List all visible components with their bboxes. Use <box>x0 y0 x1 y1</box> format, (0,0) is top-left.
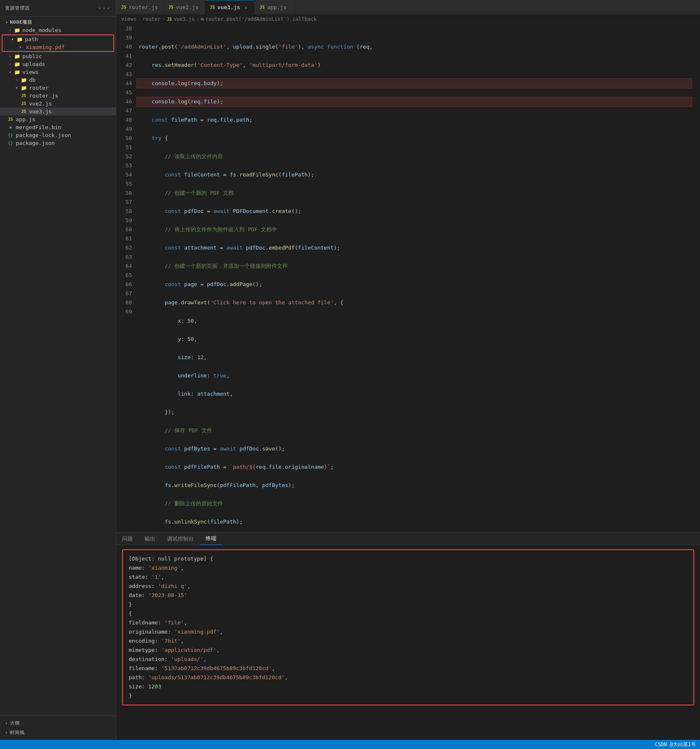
breadcrumb-sep2: › <box>162 16 165 22</box>
terminal-line4: address: 'dizhi q', <box>129 582 688 591</box>
package-lock-icon: {} <box>7 133 14 137</box>
tab-vue3-js-label: vue3.js <box>218 4 240 10</box>
breadcrumb-views: views <box>121 16 136 22</box>
views-arrow: ▾ <box>7 70 13 74</box>
panel-tab-bar: 问题 输出 调试控制台 终端 <box>116 533 700 545</box>
sidebar-item-router-js[interactable]: JS router.js <box>0 92 116 100</box>
line-61: const pdfBytes = await pdfDoc.save(); <box>137 444 692 453</box>
tab-vue3-js[interactable]: JS vue3.js ✕ <box>205 0 255 14</box>
uploads-icon: 📁 <box>13 61 21 67</box>
line-60: // 保存 PDF 文件 <box>137 426 692 435</box>
vue3-js-label: vue3.js <box>29 108 52 115</box>
sidebar-item-path[interactable]: ▾ 📁 path <box>2 35 113 43</box>
code-content: router.post('/addAdminList', upload.sing… <box>137 24 700 532</box>
router-folder-label: router <box>29 85 49 91</box>
package-json-icon: {} <box>7 141 14 145</box>
sidebar-item-vue3-js[interactable]: JS vue3.js <box>0 108 116 115</box>
db-icon: 📁 <box>20 77 27 83</box>
tab-router-js[interactable]: JS router.js <box>116 0 164 14</box>
xiaoming-pdf-label: xiaoming.pdf <box>26 44 65 50</box>
tab-vue2-js[interactable]: JS vue2.js <box>164 0 205 14</box>
sidebar-item-node-modules[interactable]: › 📁 node_modules <box>0 26 116 34</box>
line-44: try { <box>137 134 692 143</box>
terminal-line2: name: 'xiaoming', <box>129 563 688 573</box>
panel-tab-debug-label: 调试控制台 <box>167 535 194 543</box>
sidebar-section-label: NODE项目 <box>10 19 33 25</box>
sidebar-tree: ▾ NODE项目 › 📁 node_modules ▾ <box>0 17 116 715</box>
folder-icon: 📁 <box>13 27 21 33</box>
path-folder-icon: 📁 <box>16 37 23 42</box>
path-arrow: ▾ <box>9 37 16 42</box>
panel-tab-problems-label: 问题 <box>122 535 133 543</box>
line-39: router.post('/addAdminList', upload.sing… <box>137 42 692 51</box>
line-64: // 删除上传的原始文件 <box>137 499 692 508</box>
outline-arrow: › <box>5 720 8 726</box>
terminal-line11: mimetype: 'application/pdf', <box>129 646 688 655</box>
timeline-arrow: › <box>5 730 8 735</box>
public-label: public <box>22 53 42 59</box>
node-modules-arrow: › <box>7 28 13 32</box>
tab-app-js[interactable]: JS app.js <box>255 0 296 14</box>
panel-tab-debug[interactable]: 调试控制台 <box>161 533 200 545</box>
terminal-line15: size: 1203 <box>129 682 688 691</box>
outline-section[interactable]: › 大纲 <box>0 718 116 728</box>
line-40: res.setHeader('Content-Type', 'multipart… <box>137 61 692 70</box>
router-arrow: ▾ <box>13 86 20 90</box>
tab-bar: JS router.js JS vue2.js JS vue3.js ✕ JS … <box>116 0 700 15</box>
left-side: 资源管理器 ··· ▾ NODE项目 › 📁 node_ <box>0 0 116 740</box>
editor-area: JS router.js JS vue2.js JS vue3.js ✕ JS … <box>116 0 700 740</box>
terminal-line1: [Object: null prototype] { <box>129 554 688 563</box>
panel-tab-output[interactable]: 输出 <box>139 533 161 545</box>
sidebar-item-merged-bin[interactable]: ≡ mergedFile.bin <box>0 123 116 131</box>
node-modules-label: node_modules <box>22 27 61 33</box>
panel-tab-output-label: 输出 <box>144 535 155 543</box>
timeline-label: 时间线 <box>10 729 25 736</box>
app-js-label: app.js <box>16 116 35 122</box>
section-arrow: ▾ <box>3 20 10 24</box>
sidebar-item-public[interactable]: › 📁 public <box>0 52 116 60</box>
line-50: const attachment = await pdfDoc.embedPdf… <box>137 243 692 252</box>
panel-content: [Object: null prototype] { name: 'xiaomi… <box>116 545 700 740</box>
sidebar-item-db[interactable]: › 📁 db <box>0 76 116 84</box>
views-icon: 📁 <box>13 69 21 75</box>
line-59: }); <box>137 408 692 417</box>
panel-tab-terminal[interactable]: 终端 <box>200 533 222 545</box>
panel-tab-problems[interactable]: 问题 <box>116 533 139 545</box>
vue2-js-label: vue2.js <box>29 100 52 107</box>
line-57: underline: true, <box>137 371 692 380</box>
terminal-line3: state: '1', <box>129 573 688 582</box>
tab-vue3-js-close[interactable]: ✕ <box>242 4 249 11</box>
sidebar-item-uploads[interactable]: › 📁 uploads <box>0 60 116 68</box>
sidebar-item-router-folder[interactable]: ▾ 📁 router <box>0 84 116 92</box>
sidebar-item-package-json[interactable]: {} package.json <box>0 139 116 147</box>
terminal-line6: } <box>129 600 688 609</box>
sidebar-more-button[interactable]: ··· <box>98 4 111 12</box>
outline-label: 大纲 <box>10 720 20 726</box>
main-area: 资源管理器 ··· ▾ NODE项目 › 📁 node_ <box>0 0 700 740</box>
breadcrumb-function: router.post('/addAdminList') callback <box>206 16 316 22</box>
tab-router-js-icon: JS <box>121 5 126 10</box>
sidebar-item-views[interactable]: ▾ 📁 views <box>0 68 116 76</box>
tab-app-js-icon: JS <box>259 5 264 10</box>
sidebar-item-app-js[interactable]: JS app.js <box>0 115 116 123</box>
sidebar-section-node[interactable]: ▾ NODE项目 <box>0 18 116 26</box>
line-42: console.log(req.file); <box>137 97 692 106</box>
line-49: // 将上传的文件作为附件嵌入到 PDF 文档中 <box>137 225 692 234</box>
sidebar-item-vue2-js[interactable]: JS vue2.js <box>0 100 116 108</box>
router-js-icon: JS <box>20 93 27 98</box>
line-45: // 读取上传的文件内容 <box>137 152 692 161</box>
tab-vue2-js-icon: JS <box>169 5 174 10</box>
sidebar-item-xiaoming-pdf[interactable]: ✦ xiaoming.pdf <box>2 43 113 51</box>
timeline-section[interactable]: › 时间线 <box>0 728 116 737</box>
line-54: x: 50, <box>137 316 692 326</box>
line-48: const pdfDoc = await PDFDocument.create(… <box>137 207 692 216</box>
breadcrumb-sep3: › <box>196 16 199 22</box>
merged-bin-label: mergedFile.bin <box>16 124 61 130</box>
status-right-text: CSDN @大白菜1号 <box>655 741 696 748</box>
terminal-line10: encoding: '7bit', <box>129 636 688 646</box>
db-label: db <box>29 77 36 83</box>
breadcrumb-file: vue3.js <box>174 16 195 22</box>
views-label: views <box>22 69 39 75</box>
code-editor[interactable]: 38 39 40 41 42 43 44 45 46 47 48 49 50 5… <box>116 24 700 532</box>
sidebar-item-package-lock[interactable]: {} package-lock.json <box>0 131 116 139</box>
